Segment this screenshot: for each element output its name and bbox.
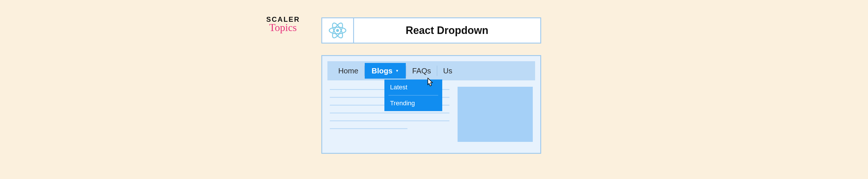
nav-item-blogs[interactable]: Blogs ▼ [365, 63, 406, 79]
nav-bar: Home Blogs ▼ FAQs Us [328, 61, 535, 80]
content-card [458, 87, 533, 142]
svg-point-3 [336, 29, 339, 32]
nav-item-label: Blogs [372, 67, 393, 75]
dropdown-item-trending[interactable]: Trending [384, 96, 442, 111]
title-bar: React Dropdown [321, 18, 541, 44]
page-title: React Dropdown [354, 18, 540, 43]
react-icon [322, 18, 354, 43]
brand-logo: SCALER Topics [267, 16, 300, 33]
nav-item-faqs[interactable]: FAQs [406, 65, 437, 77]
placeholder-line [330, 128, 407, 129]
placeholder-line [330, 120, 450, 121]
chevron-down-icon: ▼ [395, 69, 399, 73]
nav-item-home[interactable]: Home [333, 65, 364, 77]
cursor-pointer-icon [425, 77, 434, 87]
nav-item-us[interactable]: Us [437, 65, 458, 77]
placeholder-line [330, 112, 450, 113]
brand-text-topics: Topics [269, 22, 297, 33]
